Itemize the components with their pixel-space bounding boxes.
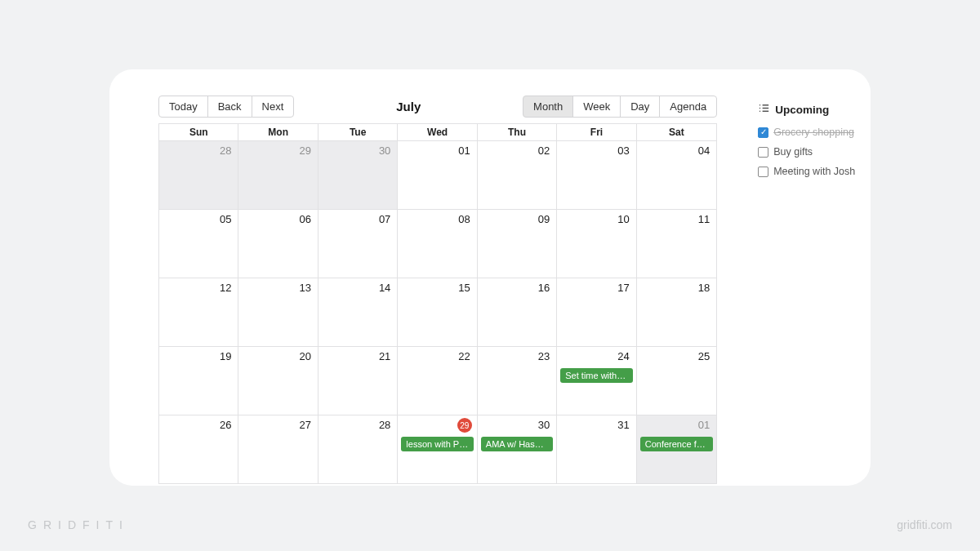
day-cell[interactable]: 29lesson with Prof…	[398, 415, 477, 483]
day-number: 01	[458, 144, 470, 157]
day-cell[interactable]: 28	[318, 415, 398, 483]
day-number: 30	[379, 144, 390, 157]
day-number: 09	[538, 213, 550, 225]
calendar: Today Back Next July Month Week Day Agen…	[158, 94, 717, 486]
day-cell[interactable]: 13	[238, 278, 318, 346]
day-number: 23	[538, 350, 550, 362]
today-button[interactable]: Today	[158, 96, 208, 118]
day-number: 20	[299, 350, 310, 362]
day-cell[interactable]: 18	[637, 278, 716, 346]
day-number: 02	[538, 144, 550, 157]
day-number: 01	[698, 419, 710, 431]
calendar-event[interactable]: AMA w/ Hasque…	[481, 437, 553, 451]
weekday-label: Sun	[159, 124, 238, 140]
view-week-button[interactable]: Week	[572, 96, 621, 118]
day-number: 07	[379, 213, 390, 225]
day-number: 21	[379, 350, 390, 362]
weekday-header: Sun Mon Tue Wed Thu Fri Sat	[159, 124, 716, 141]
day-cell[interactable]: 30	[318, 141, 398, 209]
day-cell[interactable]: 03	[557, 141, 636, 209]
day-cell[interactable]: 29	[238, 141, 318, 209]
day-cell[interactable]: 21	[318, 347, 398, 415]
task-label: Grocery shopping	[773, 127, 854, 138]
day-cell[interactable]: 27	[238, 415, 318, 483]
back-button[interactable]: Back	[207, 96, 252, 118]
day-number: 08	[458, 213, 470, 225]
day-cell[interactable]: 22	[398, 347, 477, 415]
day-number: 29	[299, 144, 310, 157]
day-cell[interactable]: 31	[557, 415, 636, 483]
calendar-week: 12131415161718	[159, 278, 716, 347]
calendar-week: 05060708091011	[159, 210, 716, 278]
day-number: 17	[617, 282, 629, 294]
task-label: Meeting with Josh	[773, 166, 855, 177]
day-cell[interactable]: 25	[637, 347, 716, 415]
day-cell[interactable]: 01Conference for …	[637, 415, 716, 483]
calendar-week: 26272829lesson with Prof…30AMA w/ Hasque…	[159, 415, 716, 484]
day-number: 25	[698, 350, 710, 362]
day-number: 05	[220, 213, 231, 225]
day-number: 30	[538, 419, 550, 431]
day-cell[interactable]: 02	[478, 141, 557, 209]
day-cell[interactable]: 26	[159, 415, 238, 483]
day-cell[interactable]: 28	[159, 141, 238, 209]
calendar-event[interactable]: lesson with Prof…	[401, 437, 473, 451]
day-cell[interactable]: 07	[318, 210, 398, 278]
task-item[interactable]: Meeting with Josh	[758, 166, 871, 177]
day-number: 06	[299, 213, 310, 225]
task-checkbox[interactable]	[758, 127, 768, 138]
day-cell[interactable]: 09	[478, 210, 557, 278]
task-checkbox[interactable]	[758, 147, 768, 158]
view-agenda-button[interactable]: Agenda	[659, 96, 717, 118]
day-cell[interactable]: 20	[238, 347, 318, 415]
view-day-button[interactable]: Day	[620, 96, 660, 118]
day-cell[interactable]: 12	[159, 278, 238, 346]
day-cell[interactable]: 08	[398, 210, 477, 278]
day-number: 10	[617, 213, 629, 225]
day-cell[interactable]: 15	[398, 278, 477, 346]
day-cell[interactable]: 10	[557, 210, 636, 278]
upcoming-sidebar: Upcoming Grocery shoppingBuy giftsMeetin…	[758, 94, 871, 486]
day-cell[interactable]: 01	[398, 141, 477, 209]
weekday-label: Wed	[398, 124, 477, 140]
day-cell[interactable]: 24Set time with Li…	[557, 347, 636, 415]
weekday-label: Mon	[238, 124, 318, 140]
upcoming-heading: Upcoming	[758, 102, 871, 117]
next-button[interactable]: Next	[252, 96, 295, 118]
day-number: 28	[379, 419, 390, 431]
day-number: 24	[617, 350, 629, 362]
calendar-weeks: 2829300102030405060708091011121314151617…	[159, 141, 716, 484]
nav-button-group: Today Back Next	[158, 96, 294, 118]
calendar-event[interactable]: Conference for …	[640, 437, 713, 451]
view-month-button[interactable]: Month	[523, 96, 573, 118]
weekday-label: Fri	[557, 124, 636, 140]
svg-point-0	[760, 104, 761, 106]
day-cell[interactable]: 04	[637, 141, 716, 209]
view-button-group: Month Week Day Agenda	[523, 96, 717, 118]
task-item[interactable]: Buy gifts	[758, 146, 871, 158]
day-cell[interactable]: 11	[637, 210, 716, 278]
day-cell[interactable]: 19	[159, 347, 238, 415]
day-cell[interactable]: 14	[318, 278, 398, 346]
day-cell[interactable]: 23	[478, 347, 557, 415]
task-checkbox[interactable]	[758, 167, 768, 177]
day-cell[interactable]: 17	[557, 278, 636, 346]
watermark-site: gridfiti.com	[897, 518, 952, 531]
weekday-label: Tue	[318, 124, 398, 140]
day-cell[interactable]: 05	[159, 210, 238, 278]
day-number: 12	[220, 282, 231, 294]
day-number: 27	[299, 419, 310, 431]
month-title: July	[294, 100, 523, 113]
day-cell[interactable]: 06	[238, 210, 318, 278]
day-cell[interactable]: 16	[478, 278, 557, 346]
day-number: 14	[379, 282, 390, 294]
day-number: 28	[220, 144, 231, 157]
calendar-event[interactable]: Set time with Li…	[560, 368, 632, 383]
day-number: 26	[220, 419, 231, 431]
day-number: 03	[617, 144, 629, 157]
upcoming-heading-text: Upcoming	[775, 104, 829, 116]
day-cell[interactable]: 30AMA w/ Hasque…	[478, 415, 557, 483]
weekday-label: Thu	[478, 124, 557, 140]
day-number: 31	[617, 419, 629, 431]
task-item[interactable]: Grocery shopping	[758, 127, 871, 138]
